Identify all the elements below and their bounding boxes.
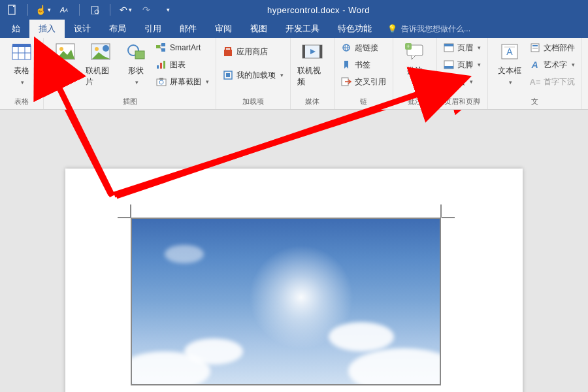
quickparts-icon	[530, 42, 540, 53]
group-addins: 应用商店 我的加载项▾ 加载项	[216, 38, 291, 109]
comment-button[interactable]: + 批注	[400, 41, 430, 76]
svg-rect-28	[302, 45, 305, 58]
quickparts-button[interactable]: 文档部件	[530, 41, 575, 55]
tab-references[interactable]: 引用	[135, 20, 171, 38]
document-page[interactable]	[65, 169, 523, 392]
svg-rect-20	[163, 61, 165, 69]
titlebar: ☝▾ AA ↶▾ ↷ ▾ hypercontrol.docx - Word	[0, 0, 588, 20]
textbox-button[interactable]: A 文本框▾	[495, 41, 525, 86]
touch-mode-icon[interactable]: ☝▾	[37, 4, 49, 16]
online-picture-button[interactable]: 联机图片	[86, 41, 116, 88]
crossref-label: 交叉引用	[355, 76, 386, 88]
my-addins-button[interactable]: 我的加载项▾	[223, 68, 284, 82]
wordart-label: 艺术字	[544, 59, 567, 71]
redo-icon[interactable]: ↷	[140, 4, 152, 16]
smartart-icon	[156, 42, 167, 53]
group-links-label: 链	[341, 95, 386, 108]
tab-mailings[interactable]: 邮件	[171, 20, 206, 38]
comment-icon: +	[404, 41, 426, 63]
svg-text:+: +	[406, 43, 410, 50]
comment-label: 批注	[407, 65, 423, 76]
group-header-footer-label: 页眉和页脚	[444, 95, 481, 108]
chart-icon	[156, 59, 167, 70]
svg-rect-16	[161, 43, 165, 46]
svg-rect-38	[444, 44, 453, 46]
dropcap-button[interactable]: A≡首字下沉	[530, 74, 575, 89]
svg-point-9	[59, 47, 63, 51]
inserted-image[interactable]	[131, 218, 441, 385]
ribbon-tabs: 始 插入 设计 布局 引用 邮件 审阅 视图 开发工具 特色功能 💡 告诉我您想…	[0, 20, 588, 38]
picture-button[interactable]: 图片	[50, 41, 80, 76]
header-icon	[444, 42, 454, 53]
dropcap-label: 首字下沉	[544, 76, 575, 88]
group-tables-label: 表格	[7, 95, 37, 108]
shapes-button[interactable]: 形状▾	[121, 41, 151, 86]
hyperlink-label: 超链接	[355, 42, 378, 54]
screenshot-icon	[156, 76, 167, 87]
font-icon[interactable]: AA	[58, 4, 70, 16]
quick-access-toolbar: ☝▾ AA ↶▾ ↷ ▾	[0, 4, 180, 16]
svg-point-11	[95, 47, 99, 51]
wordart-button[interactable]: A艺术字▾	[530, 57, 575, 72]
crossref-button[interactable]: 交叉引用	[341, 74, 386, 89]
online-video-label: 联机视频	[297, 65, 327, 88]
qat-customize-icon[interactable]: ▾	[161, 4, 173, 16]
header-button[interactable]: 页眉▾	[444, 41, 481, 55]
shapes-icon	[125, 41, 147, 63]
pagenum-icon: #	[444, 76, 454, 87]
chart-label: 图表	[170, 59, 186, 71]
chart-button[interactable]: 图表	[156, 57, 209, 72]
group-media-label: 媒体	[297, 95, 327, 108]
tab-special[interactable]: 特色功能	[329, 20, 381, 38]
store-button[interactable]: 应用商店	[223, 44, 284, 59]
svg-rect-40	[444, 66, 453, 69]
table-icon	[10, 41, 33, 63]
tab-design[interactable]: 设计	[65, 20, 100, 38]
svg-rect-4	[12, 44, 31, 47]
tell-me-text: 告诉我您想做什么...	[401, 24, 470, 35]
print-preview-icon[interactable]	[89, 4, 101, 16]
svg-rect-15	[156, 45, 160, 48]
window-title: hypercontrol.docx - Word	[180, 5, 457, 15]
svg-rect-14	[135, 51, 144, 59]
ribbon: 表格▾ 表格 图片 联机图片 形状▾ SmartArt 图表 屏幕截图▾	[0, 38, 588, 110]
table-button[interactable]: 表格▾	[7, 41, 37, 86]
smartart-button[interactable]: SmartArt	[156, 41, 209, 55]
tab-insert[interactable]: 插入	[29, 20, 65, 38]
online-video-button[interactable]: 联机视频	[297, 41, 327, 88]
svg-rect-29	[319, 45, 322, 58]
video-icon	[301, 41, 323, 63]
page-number-button[interactable]: #页▾	[444, 74, 481, 89]
picture-icon	[54, 41, 76, 63]
group-illustrations: 图片 联机图片 形状▾ SmartArt 图表 屏幕截图▾ 插图	[44, 38, 216, 109]
header-label: 页眉	[457, 42, 473, 54]
hyperlink-button[interactable]: 超链接	[341, 41, 386, 55]
undo-icon[interactable]: ↶▾	[120, 4, 131, 16]
tab-layout[interactable]: 布局	[100, 20, 135, 38]
svg-text:#: #	[447, 79, 450, 86]
new-doc-icon[interactable]	[7, 4, 18, 16]
crossref-icon	[341, 76, 351, 87]
bookmark-button[interactable]: 书签	[341, 57, 386, 72]
quickparts-label: 文档部件	[544, 42, 575, 54]
group-illustrations-label: 插图	[50, 95, 209, 108]
tab-developer[interactable]: 开发工具	[276, 20, 329, 38]
tab-review[interactable]: 审阅	[206, 20, 241, 38]
document-canvas[interactable]	[0, 110, 588, 392]
textbox-label: 文本框	[498, 65, 521, 76]
group-tables: 表格▾ 表格	[0, 38, 44, 109]
group-header-footer: 页眉▾ 页脚▾ #页▾ 页眉和页脚	[437, 38, 488, 109]
screenshot-button[interactable]: 屏幕截图▾	[156, 74, 209, 89]
picture-label: 图片	[57, 65, 73, 76]
group-text-label: 文	[495, 95, 575, 108]
svg-rect-26	[226, 73, 230, 77]
bookmark-label: 书签	[355, 59, 370, 71]
tell-me[interactable]: 💡 告诉我您想做什么...	[381, 20, 477, 38]
tab-view[interactable]: 视图	[241, 20, 276, 38]
svg-rect-18	[157, 65, 159, 69]
footer-label: 页脚	[457, 59, 473, 71]
tab-start[interactable]: 始	[3, 20, 29, 38]
hyperlink-icon	[341, 42, 351, 53]
online-picture-label: 联机图片	[86, 65, 116, 88]
footer-button[interactable]: 页脚▾	[444, 57, 481, 72]
